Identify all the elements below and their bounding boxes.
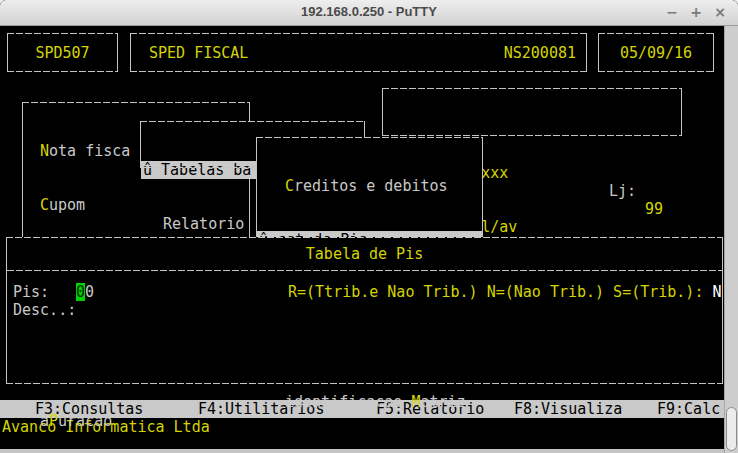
text-cursor: 0 [76,283,85,301]
submenu-item-label: û Tabelas ba [143,161,251,179]
maximize-button[interactable]: + [686,2,706,22]
header-box-app-code: SPD507 [7,33,118,72]
options-current-value: N [712,283,721,301]
options-hint-line: R=(Ttrib.e Nao Trib.) N=(Nao Trib.) S=(T… [288,283,721,301]
tabela-de-pis-panel: Tabela de Pis Pis: 00 R=(Ttrib.e Nao Tri… [6,237,723,384]
putty-window: 192.168.0.250 - PuTTY − + × SPD507 SPED … [0,0,738,453]
titlebar[interactable]: 192.168.0.250 - PuTTY − + × [0,0,738,26]
terminal-screen[interactable]: SPD507 SPED FISCAL NS200081 05/09/16 Usu… [0,26,724,449]
submenu-item-text: atriz [420,393,465,411]
submenu-item-label: Relatorio [163,215,244,233]
pis-field-value: 0 [85,283,94,301]
app-code: SPD507 [35,44,89,62]
desc-field-label: Desc..: [13,301,76,319]
close-button[interactable]: × [710,2,730,22]
header-box-title: SPED FISCAL NS200081 [130,33,587,72]
header-date: 05/09/16 [620,44,692,62]
app-title: SPED FISCAL [149,44,248,62]
submenu-item-identificacao-matriz[interactable]: identificacao Matriz [257,393,482,411]
options-hint-text: R=(Ttrib.e Nao Trib.) N=(Nao Trib.) S=(T… [288,283,712,301]
menu-item-text: upom [49,196,85,214]
scrollbar[interactable] [724,26,738,453]
doc-number: NS200081 [504,44,576,62]
menu-item-text: uracao [58,412,112,430]
fkey-f8-visualiza[interactable]: F8:Visualiza [514,400,622,418]
panel-title: Tabela de Pis [7,245,722,263]
menu-item-hotkey: C [40,196,49,214]
store-value: 99 [645,200,663,218]
submenu-item-creditos-e-debitos[interactable]: Creditos e debitos [257,177,482,195]
submenu-item-text: identificacao [285,393,411,411]
window-title: 192.168.0.250 - PuTTY [0,4,738,19]
header-box-date: 05/09/16 [598,33,714,72]
menu-item-text: a [40,412,49,430]
tables-submenu-panel: Creditos e debitos û cst de Pis cst de C… [256,137,483,237]
menu-item-hotkey: N [40,142,49,160]
menu-item-text: ota fisca [49,142,130,160]
session-info-box: Usu: xxxxxxxx Lj: 99 Imp: ../rel/av Nive… [382,88,682,136]
pis-input-field[interactable]: 00 [76,283,94,301]
pis-field-label: Pis: [13,283,49,301]
minimize-button[interactable]: − [662,2,682,22]
menu-item-hotkey: P [49,412,58,430]
menu-item-apuracao[interactable]: aPuracao [23,412,249,430]
submenu-item-hotkey: C [285,177,294,195]
panel-separator [7,270,722,271]
submenu-item-text: reditos e debitos [294,177,448,195]
scrollbar-thumb[interactable] [726,407,737,451]
fkey-f9-calc[interactable]: F9:Calc [657,400,720,418]
